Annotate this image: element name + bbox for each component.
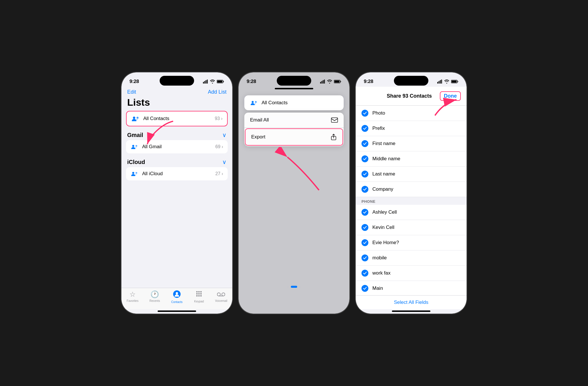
firstname-label: First name bbox=[372, 141, 395, 146]
check-photo bbox=[361, 110, 368, 117]
email-all-label: Email All bbox=[250, 117, 269, 123]
all-contacts-left: All Contacts bbox=[131, 115, 169, 122]
share-title: Share 93 Contacts bbox=[387, 93, 432, 99]
svg-point-15 bbox=[196, 291, 198, 293]
battery-icon-2 bbox=[334, 80, 341, 84]
keypad-dots-icon bbox=[196, 290, 202, 297]
checkmark-kevin bbox=[363, 226, 367, 229]
share-row-evie-home[interactable]: Evie Home? bbox=[356, 235, 467, 250]
svg-point-6 bbox=[133, 117, 135, 119]
share-row-prefix[interactable]: Prefix bbox=[356, 121, 467, 136]
popup-all-contacts[interactable]: All Contacts bbox=[244, 95, 344, 110]
all-contacts-row[interactable]: All Contacts 93 › bbox=[126, 111, 228, 126]
share-row-firstname[interactable]: First name bbox=[356, 136, 467, 151]
gmail-chevron[interactable]: ∨ bbox=[222, 132, 227, 138]
svg-rect-0 bbox=[203, 82, 204, 84]
check-kevin-cell bbox=[361, 224, 368, 231]
svg-point-10 bbox=[132, 172, 134, 174]
svg-rect-40 bbox=[440, 80, 441, 84]
share-row-middlename[interactable]: Middle name bbox=[356, 151, 467, 167]
tab-keypad[interactable]: Keypad bbox=[188, 290, 210, 304]
work-fax-label: work fax bbox=[372, 270, 390, 276]
svg-rect-41 bbox=[441, 80, 442, 84]
email-icon bbox=[331, 117, 338, 123]
share-row-company[interactable]: Company bbox=[356, 182, 467, 197]
gmail-title: Gmail bbox=[127, 132, 143, 138]
svg-point-25 bbox=[222, 293, 225, 296]
done-button[interactable]: Done bbox=[440, 91, 461, 101]
svg-rect-5 bbox=[217, 81, 223, 83]
recents-label: Recents bbox=[149, 299, 160, 302]
svg-point-24 bbox=[217, 293, 220, 296]
all-icloud-row[interactable]: All iCloud 27 › bbox=[126, 167, 228, 180]
svg-point-18 bbox=[196, 293, 198, 295]
svg-rect-2 bbox=[206, 80, 206, 84]
icloud-chevron[interactable]: ∨ bbox=[222, 159, 227, 165]
svg-point-22 bbox=[198, 295, 200, 297]
share-list: Photo Prefix First name bbox=[356, 106, 467, 295]
share-row-lastname[interactable]: Last name bbox=[356, 167, 467, 182]
icloud-contacts-icon bbox=[131, 171, 139, 177]
svg-rect-39 bbox=[439, 81, 440, 84]
phone-3: 9:28 bbox=[355, 72, 467, 314]
email-all-item[interactable]: Email All bbox=[244, 113, 344, 128]
phone-1: 9:28 bbox=[121, 72, 233, 314]
svg-point-20 bbox=[200, 293, 202, 295]
checkmark-workfax bbox=[363, 272, 367, 275]
gmail-contacts-icon bbox=[131, 144, 139, 150]
tab-favorites[interactable]: ☆ Favorites bbox=[121, 290, 144, 304]
tab-voicemail[interactable]: Voicemail bbox=[210, 290, 232, 304]
dynamic-island-2 bbox=[277, 76, 311, 86]
home-indicator-2 bbox=[275, 88, 313, 89]
popup-all-contacts-label: All Contacts bbox=[262, 100, 288, 106]
contacts-tab-label: Contacts bbox=[171, 300, 182, 304]
dot-indicator-2 bbox=[287, 286, 301, 288]
gmail-group: All Gmail 69 › bbox=[126, 140, 228, 153]
select-all-bar: Select All Fields bbox=[356, 295, 467, 309]
svg-rect-43 bbox=[452, 81, 457, 83]
contacts-tab-icon bbox=[173, 290, 181, 300]
status-icons-2 bbox=[320, 80, 341, 84]
share-row-mobile[interactable]: mobile bbox=[356, 250, 467, 266]
mobile-label: mobile bbox=[372, 255, 387, 261]
edit-button[interactable]: Edit bbox=[127, 89, 136, 95]
tab-recents[interactable]: 🕐 Recents bbox=[144, 290, 166, 304]
svg-point-17 bbox=[200, 291, 202, 293]
export-label: Export bbox=[251, 134, 265, 140]
all-gmail-row[interactable]: All Gmail 69 › bbox=[126, 140, 228, 153]
favorites-label: Favorites bbox=[127, 299, 138, 302]
checkmark-evie bbox=[363, 241, 367, 244]
status-time-3: 9:28 bbox=[364, 79, 373, 84]
share-row-photo[interactable]: Photo bbox=[356, 106, 467, 121]
status-icons-3 bbox=[437, 80, 459, 84]
share-header: Share 93 Contacts Done bbox=[356, 87, 467, 106]
home-indicator-3 bbox=[392, 310, 430, 312]
nav-bar-1: Edit Add List bbox=[121, 87, 232, 97]
middlename-label: Middle name bbox=[372, 156, 400, 162]
dot-1 bbox=[287, 286, 289, 288]
share-row-kevin-cell[interactable]: Kevin Cell bbox=[356, 220, 467, 235]
svg-point-7 bbox=[137, 117, 139, 119]
share-row-main[interactable]: Main bbox=[356, 281, 467, 295]
contacts-group-icon bbox=[131, 115, 140, 122]
add-list-button[interactable]: Add List bbox=[208, 89, 227, 95]
dot-active bbox=[291, 286, 297, 288]
share-row-ashley-cell[interactable]: Ashley Cell bbox=[356, 205, 467, 220]
signal-icon-3 bbox=[437, 80, 442, 84]
export-item[interactable]: Export bbox=[245, 129, 343, 145]
checkmark-middlename bbox=[363, 157, 367, 160]
svg-rect-29 bbox=[323, 80, 324, 84]
tab-contacts[interactable]: Contacts bbox=[166, 290, 188, 304]
status-time-2: 9:28 bbox=[247, 79, 256, 84]
evie-home-label: Evie Home? bbox=[372, 240, 399, 246]
share-row-work-fax[interactable]: work fax bbox=[356, 266, 467, 281]
svg-rect-27 bbox=[320, 82, 321, 84]
checkmark-mobile bbox=[363, 256, 367, 259]
favorites-icon: ☆ bbox=[129, 290, 136, 298]
select-all-label[interactable]: Select All Fields bbox=[394, 300, 428, 305]
main-label: Main bbox=[372, 285, 383, 291]
all-gmail-count: 69 bbox=[215, 144, 220, 149]
wifi-icon-2 bbox=[327, 80, 332, 84]
prefix-label: Prefix bbox=[372, 126, 385, 131]
checkmark-firstname bbox=[363, 142, 367, 145]
